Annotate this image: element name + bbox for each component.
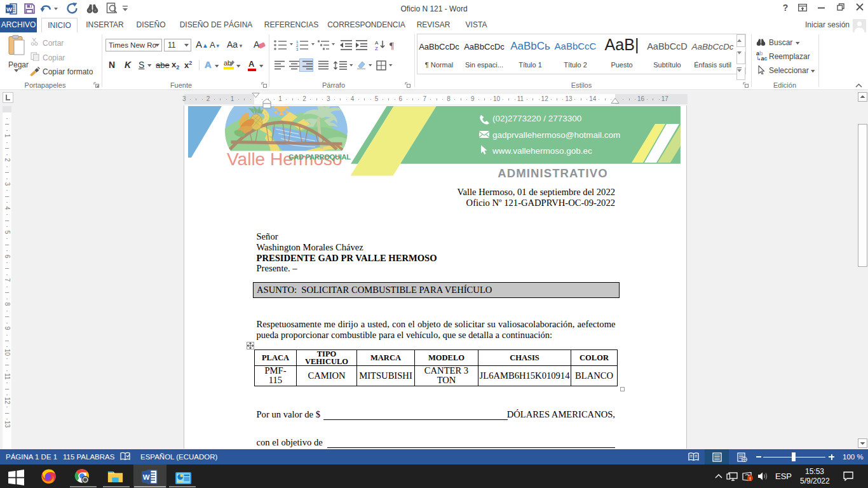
svg-text:¶: ¶ (390, 41, 394, 51)
svg-text:www.vallehermoso.gob.ec: www.vallehermoso.gob.ec (492, 146, 592, 156)
svg-text:3: 3 (296, 48, 299, 51)
svg-text:gadprvallehermoso@hotmail.com: gadprvallehermoso@hotmail.com (492, 130, 620, 140)
svg-text:?: ? (783, 3, 789, 12)
svg-text:Z: Z (375, 46, 378, 51)
svg-text:ADMINISTRATIVO: ADMINISTRATIVO (498, 166, 607, 180)
svg-text:A: A (375, 40, 379, 46)
svg-text:!: ! (749, 476, 751, 482)
svg-text:GAD PARROQUIAL: GAD PARROQUIAL (288, 153, 351, 161)
svg-text:(02)2773220 / 2773300: (02)2773220 / 2773300 (492, 114, 581, 123)
svg-text:W: W (143, 473, 150, 481)
